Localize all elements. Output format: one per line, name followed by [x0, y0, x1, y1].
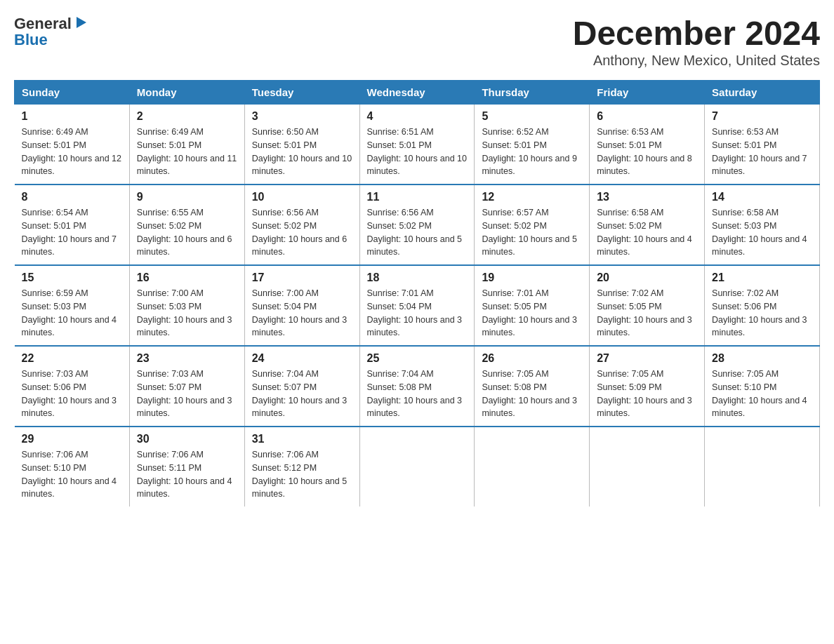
- day-cell-22: 22 Sunrise: 7:03 AMSunset: 5:06 PMDaylig…: [15, 346, 130, 427]
- day-number: 6: [597, 110, 697, 123]
- day-cell-10: 10 Sunrise: 6:56 AMSunset: 5:02 PMDaylig…: [244, 185, 359, 265]
- day-info: Sunrise: 6:56 AMSunset: 5:02 PMDaylight:…: [367, 206, 468, 259]
- day-info: Sunrise: 7:03 AMSunset: 5:06 PMDaylight:…: [22, 368, 122, 420]
- day-number: 29: [22, 433, 122, 445]
- empty-cell: [359, 427, 475, 507]
- day-info: Sunrise: 7:05 AMSunset: 5:09 PMDaylight:…: [597, 368, 697, 420]
- day-info: Sunrise: 6:49 AMSunset: 5:01 PMDaylight:…: [22, 126, 122, 178]
- day-info: Sunrise: 7:06 AMSunset: 5:10 PMDaylight:…: [22, 448, 122, 501]
- day-info: Sunrise: 6:59 AMSunset: 5:03 PMDaylight:…: [22, 287, 122, 340]
- day-number: 4: [367, 110, 468, 123]
- day-number: 27: [597, 352, 697, 365]
- day-cell-19: 19 Sunrise: 7:01 AMSunset: 5:05 PMDaylig…: [475, 265, 590, 346]
- day-cell-11: 11 Sunrise: 6:56 AMSunset: 5:02 PMDaylig…: [359, 185, 475, 265]
- header-sunday: Sunday: [15, 81, 130, 105]
- day-cell-27: 27 Sunrise: 7:05 AMSunset: 5:09 PMDaylig…: [590, 346, 705, 427]
- day-cell-12: 12 Sunrise: 6:57 AMSunset: 5:02 PMDaylig…: [475, 185, 590, 265]
- calendar-week-3: 15 Sunrise: 6:59 AMSunset: 5:03 PMDaylig…: [15, 265, 820, 346]
- day-info: Sunrise: 7:00 AMSunset: 5:03 PMDaylight:…: [137, 287, 237, 340]
- day-info: Sunrise: 6:50 AMSunset: 5:01 PMDaylight:…: [252, 126, 352, 178]
- day-number: 10: [252, 191, 352, 203]
- day-info: Sunrise: 7:05 AMSunset: 5:08 PMDaylight:…: [482, 368, 582, 420]
- day-number: 26: [482, 352, 582, 365]
- header-monday: Monday: [129, 81, 244, 105]
- day-number: 11: [367, 191, 468, 203]
- day-cell-15: 15 Sunrise: 6:59 AMSunset: 5:03 PMDaylig…: [15, 265, 130, 346]
- day-number: 18: [367, 271, 468, 284]
- day-cell-9: 9 Sunrise: 6:55 AMSunset: 5:02 PMDayligh…: [129, 185, 244, 265]
- day-cell-20: 20 Sunrise: 7:02 AMSunset: 5:05 PMDaylig…: [590, 265, 705, 346]
- calendar-week-5: 29 Sunrise: 7:06 AMSunset: 5:10 PMDaylig…: [15, 427, 820, 507]
- day-number: 19: [482, 271, 582, 284]
- day-cell-8: 8 Sunrise: 6:54 AMSunset: 5:01 PMDayligh…: [15, 185, 130, 265]
- day-cell-28: 28 Sunrise: 7:05 AMSunset: 5:10 PMDaylig…: [705, 346, 820, 427]
- day-number: 1: [22, 110, 122, 123]
- day-info: Sunrise: 7:02 AMSunset: 5:06 PMDaylight:…: [712, 287, 812, 340]
- month-title: December 2024: [573, 14, 820, 53]
- header-thursday: Thursday: [475, 81, 590, 105]
- title-area: December 2024 Anthony, New Mexico, Unite…: [573, 14, 820, 69]
- day-number: 8: [22, 191, 122, 203]
- day-cell-3: 3 Sunrise: 6:50 AMSunset: 5:01 PMDayligh…: [244, 105, 359, 185]
- day-info: Sunrise: 7:04 AMSunset: 5:07 PMDaylight:…: [252, 368, 352, 420]
- day-cell-31: 31 Sunrise: 7:06 AMSunset: 5:12 PMDaylig…: [244, 427, 359, 507]
- calendar-header-row: Sunday Monday Tuesday Wednesday Thursday…: [15, 81, 820, 105]
- day-number: 2: [137, 110, 237, 123]
- day-number: 12: [482, 191, 582, 203]
- day-cell-21: 21 Sunrise: 7:02 AMSunset: 5:06 PMDaylig…: [705, 265, 820, 346]
- day-info: Sunrise: 6:51 AMSunset: 5:01 PMDaylight:…: [367, 126, 468, 178]
- calendar-week-4: 22 Sunrise: 7:03 AMSunset: 5:06 PMDaylig…: [15, 346, 820, 427]
- day-number: 23: [137, 352, 237, 365]
- day-info: Sunrise: 7:01 AMSunset: 5:04 PMDaylight:…: [367, 287, 468, 340]
- day-cell-1: 1 Sunrise: 6:49 AMSunset: 5:01 PMDayligh…: [15, 105, 130, 185]
- empty-cell: [705, 427, 820, 507]
- day-info: Sunrise: 7:01 AMSunset: 5:05 PMDaylight:…: [482, 287, 582, 340]
- day-number: 3: [252, 110, 352, 123]
- day-number: 7: [712, 110, 812, 123]
- logo-blue-text: Blue: [14, 31, 89, 49]
- calendar-week-2: 8 Sunrise: 6:54 AMSunset: 5:01 PMDayligh…: [15, 185, 820, 265]
- day-cell-6: 6 Sunrise: 6:53 AMSunset: 5:01 PMDayligh…: [590, 105, 705, 185]
- calendar-table: Sunday Monday Tuesday Wednesday Thursday…: [14, 80, 820, 507]
- day-info: Sunrise: 6:56 AMSunset: 5:02 PMDaylight:…: [252, 206, 352, 259]
- day-cell-17: 17 Sunrise: 7:00 AMSunset: 5:04 PMDaylig…: [244, 265, 359, 346]
- header-wednesday: Wednesday: [359, 81, 475, 105]
- header-saturday: Saturday: [705, 81, 820, 105]
- day-number: 15: [22, 271, 122, 284]
- day-info: Sunrise: 6:58 AMSunset: 5:03 PMDaylight:…: [712, 206, 812, 259]
- day-cell-25: 25 Sunrise: 7:04 AMSunset: 5:08 PMDaylig…: [359, 346, 475, 427]
- day-cell-18: 18 Sunrise: 7:01 AMSunset: 5:04 PMDaylig…: [359, 265, 475, 346]
- day-number: 22: [22, 352, 122, 365]
- day-number: 28: [712, 352, 812, 365]
- day-info: Sunrise: 6:57 AMSunset: 5:02 PMDaylight:…: [482, 206, 582, 259]
- header-tuesday: Tuesday: [244, 81, 359, 105]
- day-info: Sunrise: 7:00 AMSunset: 5:04 PMDaylight:…: [252, 287, 352, 340]
- day-number: 14: [712, 191, 812, 203]
- day-cell-24: 24 Sunrise: 7:04 AMSunset: 5:07 PMDaylig…: [244, 346, 359, 427]
- day-cell-5: 5 Sunrise: 6:52 AMSunset: 5:01 PMDayligh…: [475, 105, 590, 185]
- calendar-week-1: 1 Sunrise: 6:49 AMSunset: 5:01 PMDayligh…: [15, 105, 820, 185]
- svg-marker-0: [77, 17, 86, 28]
- day-number: 31: [252, 433, 352, 445]
- day-cell-13: 13 Sunrise: 6:58 AMSunset: 5:02 PMDaylig…: [590, 185, 705, 265]
- empty-cell: [590, 427, 705, 507]
- page-header: General Blue December 2024 Anthony, New …: [14, 14, 820, 69]
- day-info: Sunrise: 6:55 AMSunset: 5:02 PMDaylight:…: [137, 206, 237, 259]
- day-number: 16: [137, 271, 237, 284]
- day-info: Sunrise: 6:52 AMSunset: 5:01 PMDaylight:…: [482, 126, 582, 178]
- empty-cell: [475, 427, 590, 507]
- logo: General Blue: [14, 14, 89, 49]
- day-cell-29: 29 Sunrise: 7:06 AMSunset: 5:10 PMDaylig…: [15, 427, 130, 507]
- day-info: Sunrise: 6:58 AMSunset: 5:02 PMDaylight:…: [597, 206, 697, 259]
- day-number: 25: [367, 352, 468, 365]
- day-cell-2: 2 Sunrise: 6:49 AMSunset: 5:01 PMDayligh…: [129, 105, 244, 185]
- day-cell-14: 14 Sunrise: 6:58 AMSunset: 5:03 PMDaylig…: [705, 185, 820, 265]
- day-cell-7: 7 Sunrise: 6:53 AMSunset: 5:01 PMDayligh…: [705, 105, 820, 185]
- day-info: Sunrise: 7:06 AMSunset: 5:11 PMDaylight:…: [137, 448, 237, 501]
- day-number: 17: [252, 271, 352, 284]
- day-info: Sunrise: 7:06 AMSunset: 5:12 PMDaylight:…: [252, 448, 352, 501]
- day-info: Sunrise: 7:02 AMSunset: 5:05 PMDaylight:…: [597, 287, 697, 340]
- day-info: Sunrise: 7:04 AMSunset: 5:08 PMDaylight:…: [367, 368, 468, 420]
- day-number: 9: [137, 191, 237, 203]
- day-cell-26: 26 Sunrise: 7:05 AMSunset: 5:08 PMDaylig…: [475, 346, 590, 427]
